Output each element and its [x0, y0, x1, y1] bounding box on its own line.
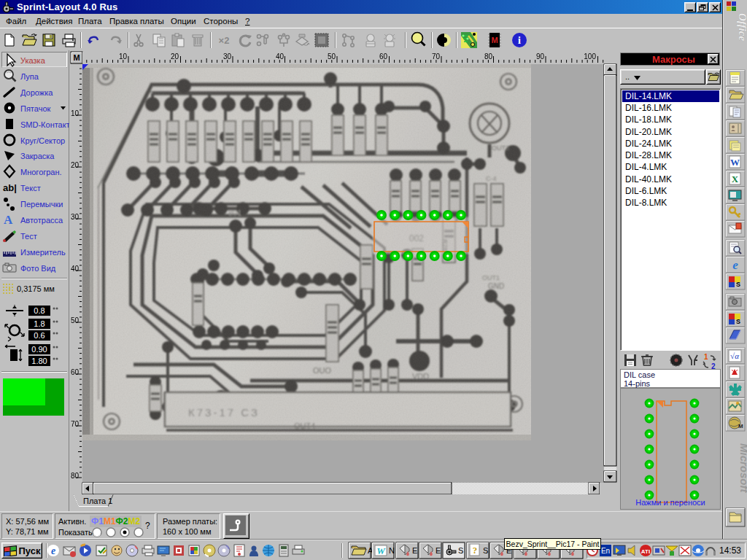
svg-text:90: 90 — [536, 52, 545, 61]
svg-text:Office: Office — [737, 13, 747, 41]
svg-text:50: 50 — [71, 316, 80, 324]
svg-text:0.6: 0.6 — [34, 331, 44, 340]
svg-text:S: S — [483, 546, 488, 555]
svg-text:e: e — [51, 545, 55, 556]
svg-text:S: S — [458, 546, 463, 555]
svg-text:Перемычки: Перемычки — [20, 200, 63, 209]
svg-text:Пятачок: Пятачок — [20, 104, 51, 113]
svg-text:30: 30 — [71, 213, 80, 221]
svg-text:W: W — [730, 157, 740, 168]
svg-text:Многогран.: Многогран. — [20, 168, 62, 176]
svg-text:S: S — [736, 281, 740, 288]
svg-text:Тест: Тест — [20, 232, 37, 241]
svg-text:1.80: 1.80 — [31, 357, 47, 365]
svg-text:10: 10 — [119, 52, 128, 61]
svg-text:M: M — [738, 423, 743, 429]
svg-text:100: 100 — [584, 52, 596, 61]
svg-text:A: A — [4, 213, 13, 227]
svg-text:60: 60 — [379, 52, 388, 61]
svg-text:0,3175 мм: 0,3175 мм — [17, 284, 55, 293]
svg-text:√α: √α — [730, 351, 739, 360]
svg-text:Е: Е — [412, 546, 417, 555]
svg-text:1.8: 1.8 — [34, 319, 44, 328]
svg-text:Указка: Указка — [20, 56, 46, 65]
svg-text:60: 60 — [71, 368, 80, 376]
svg-text:Закраска: Закраска — [20, 152, 55, 160]
svg-text:20: 20 — [71, 161, 80, 169]
svg-text:×2: ×2 — [219, 35, 230, 46]
svg-text:14:53: 14:53 — [719, 545, 741, 556]
svg-text:0.8: 0.8 — [34, 306, 44, 315]
svg-text:Круг/Сектор: Круг/Сектор — [20, 136, 65, 145]
svg-text:40: 40 — [276, 52, 285, 61]
svg-text:Автотрасса: Автотрасса — [20, 216, 63, 225]
svg-text:Нажми и переноси: Нажми и переноси — [635, 498, 705, 507]
svg-text:En: En — [601, 547, 610, 555]
svg-text:80: 80 — [71, 472, 80, 480]
svg-text:Лупа: Лупа — [20, 72, 39, 81]
svg-text:Измеритель: Измеритель — [20, 248, 66, 257]
svg-text:20: 20 — [171, 52, 179, 61]
svg-text:Текст: Текст — [20, 184, 41, 192]
svg-text:ab|: ab| — [3, 182, 17, 193]
svg-text:0.90: 0.90 — [31, 345, 47, 354]
svg-text:Фото Вид: Фото Вид — [20, 264, 56, 273]
svg-text:Дорожка: Дорожка — [20, 88, 53, 97]
svg-text:S: S — [736, 318, 740, 325]
svg-text:i: i — [518, 35, 521, 46]
svg-text:W: W — [376, 545, 386, 556]
svg-text:Microsoft: Microsoft — [738, 443, 747, 494]
svg-text:10: 10 — [71, 109, 80, 117]
svg-text:?: ? — [473, 545, 478, 556]
svg-text:SMD-Контакт: SMD-Контакт — [20, 120, 69, 129]
svg-text:70: 70 — [71, 420, 80, 428]
svg-text:Е: Е — [436, 546, 441, 555]
svg-text:X: X — [732, 174, 739, 184]
svg-text:30: 30 — [223, 52, 232, 61]
svg-text:1: 1 — [704, 353, 708, 361]
svg-text:40: 40 — [71, 265, 80, 273]
svg-text:50: 50 — [328, 52, 336, 61]
svg-text:70: 70 — [432, 52, 441, 61]
svg-text:M: M — [491, 36, 498, 44]
svg-text:80: 80 — [484, 52, 493, 61]
svg-text:ATI: ATI — [641, 548, 650, 555]
svg-text:N: N — [389, 546, 395, 555]
svg-text:e: e — [732, 258, 738, 272]
